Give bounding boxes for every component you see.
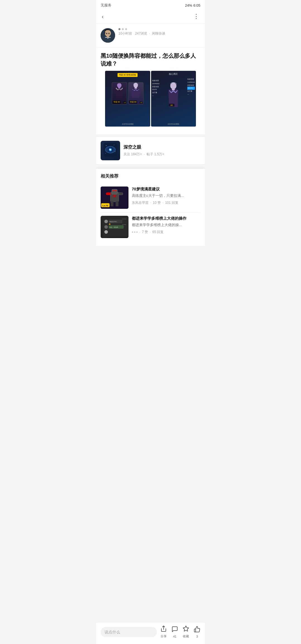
forum-thumbnail	[101, 141, 120, 160]
related-title-main-2: 都进来学学多维榜上大佬的操作	[132, 216, 200, 221]
nav-bar: ‹ ⋮	[96, 9, 205, 24]
stat-val-2: 23379	[152, 88, 160, 91]
forum-posts: 帖子 1.5万+	[147, 152, 164, 156]
stat-val-2b: 62178	[187, 87, 195, 90]
svg-point-37	[105, 220, 108, 223]
stat-val-1: 10546902	[152, 82, 160, 85]
stat-label-3b: 治疗量	[187, 90, 195, 93]
char-card-1a: 等级 80 +0	[112, 82, 127, 105]
related-sep-1: ·	[150, 201, 151, 205]
related-sep-4: ·	[150, 230, 151, 234]
forum-thumb-icon	[103, 143, 117, 159]
stat-label-1b: 有效伤害	[187, 78, 195, 81]
related-title-main-1: 70梦境满星建议	[132, 187, 200, 192]
game-screenshot-1: 核心黑区 等级 80 管理员经验 等级	[105, 71, 150, 127]
svg-text:Lv.70: Lv.70	[103, 204, 108, 207]
related-likes-2: 7 赞	[142, 230, 148, 234]
svg-text:👍: 👍	[109, 223, 111, 225]
forum-card[interactable]: 深空之眼 关注 184万+ · 帖子 1.5万+	[96, 137, 205, 164]
more-button[interactable]: ⋮	[192, 12, 200, 21]
post-dots	[118, 28, 200, 30]
related-footer-1: 东风谷早苗 · 10 赞 · 101 回复	[132, 200, 200, 205]
svg-point-1	[105, 30, 111, 37]
svg-point-22	[105, 153, 106, 154]
post-title: 黑10随便换阵容都能过，怎么那么多人说难？	[101, 52, 200, 67]
related-section-title: 相关推荐	[101, 173, 200, 179]
char-level-1: 等级 80	[113, 100, 121, 104]
post-info: 10小时前 247浏览 · 闲聊杂谈	[118, 31, 200, 36]
bottom-text-2: 点击空白处继续	[168, 123, 179, 125]
dot-1	[118, 28, 120, 30]
avatar[interactable]	[101, 28, 115, 43]
related-content-1: 70梦境满星建议 高练度主c大于一切，只要拉满... 东风谷早苗 · 10 赞 …	[132, 187, 200, 209]
rdot-3	[136, 231, 138, 233]
battery-level: 24%	[185, 3, 192, 8]
related-subtitle-2: 都进来学学多维榜上大佬的操...	[132, 222, 200, 227]
related-sep-3: ·	[139, 230, 140, 234]
stat-label-2: 承受伤害	[152, 85, 160, 88]
related-replies-1: 101 回复	[165, 200, 178, 205]
related-section: 相关推荐	[96, 169, 205, 246]
screenshot-title-2: 核心黑区	[169, 72, 178, 76]
related-author-1: 东风谷早苗	[132, 200, 149, 205]
bottom-padding	[96, 246, 205, 268]
post-image-2[interactable]: 核心黑区 有效伤害 10546902 承受伤害 23379 治疗量 — 有效伤害…	[151, 71, 196, 127]
post-image-1[interactable]: 核心黑区 等级 80 管理员经验 等级	[105, 71, 150, 127]
related-footer-2: · 7 赞 · 65 回复	[132, 230, 200, 234]
stat-val-3b: —	[187, 93, 195, 96]
stat-label-2b: 承受伤害	[187, 84, 195, 87]
related-item-2[interactable]: 戳也玩不停... 哈哈，我免费... 21分钟前 19分钟前 👍 都进来学学多维…	[101, 212, 200, 241]
svg-point-33	[113, 195, 116, 197]
svg-rect-25	[112, 189, 117, 194]
related-subtitle-1: 高练度主c大于一切，只要拉满...	[132, 193, 200, 198]
back-button[interactable]: ‹	[101, 12, 105, 21]
char-figure-1a	[112, 83, 127, 98]
svg-rect-29	[116, 201, 118, 206]
svg-point-2	[106, 33, 107, 34]
svg-rect-6	[118, 86, 120, 88]
stats-left: 有效伤害 10546902 承受伤害 23379 治疗量 —	[152, 79, 160, 97]
char-badge-2: +0	[140, 101, 143, 104]
stat-label-3: 治疗量	[152, 91, 160, 94]
svg-rect-30	[106, 193, 111, 195]
related-dots	[132, 231, 138, 233]
char-badge-1: +0	[123, 101, 126, 104]
status-network: 无服务	[101, 3, 111, 8]
post-meta: 10小时前 247浏览 · 闲聊杂谈	[118, 28, 200, 36]
bottom-text-1: 点击空白处继续	[122, 123, 133, 125]
related-item-1[interactable]: Lv.70 70梦境满星建议 高练度主c大于一切，只要拉满... 东风谷早苗 ·…	[101, 183, 200, 212]
game-screenshot-2: 核心黑区 有效伤害 10546902 承受伤害 23379 治疗量 — 有效伤害…	[151, 71, 196, 127]
post-views: 247浏览	[135, 32, 147, 35]
status-time: 6:05	[193, 3, 200, 8]
post-images: 核心黑区 等级 80 管理员经验 等级	[101, 71, 200, 131]
post-category: 闲聊杂谈	[152, 32, 165, 35]
svg-point-39	[105, 230, 108, 234]
status-bar: 无服务 24% 6:05	[96, 0, 205, 9]
dot-3	[125, 28, 127, 30]
center-char: 80	[165, 82, 182, 108]
stats-right: 有效伤害 11258194 承受伤害 62178 治疗量 —	[187, 78, 195, 96]
rdot-1	[132, 231, 133, 233]
char-level-2: 等级 80	[129, 100, 137, 104]
svg-rect-26	[113, 190, 114, 191]
post-header: 10小时前 247浏览 · 闲聊杂谈	[96, 24, 205, 47]
forum-info: 深空之眼 关注 184万+ · 帖子 1.5万+	[123, 144, 200, 157]
section-separator	[96, 167, 205, 169]
post-time: 10小时前	[118, 32, 132, 35]
svg-text:21分钟前: 21分钟前	[122, 218, 127, 220]
svg-text:80: 80	[171, 104, 173, 106]
post-title-section: 黑10随便换阵容都能过，怎么那么多人说难？ 核心黑区 等级 80 管理员经验	[96, 47, 205, 134]
svg-point-21	[115, 151, 115, 152]
svg-text:19分钟前: 19分钟前	[122, 224, 127, 225]
forum-followers: 关注 184万+	[123, 152, 142, 156]
svg-rect-27	[115, 190, 116, 191]
stat-val-1b: 11258194	[187, 81, 195, 84]
rdot-2	[134, 231, 135, 233]
related-likes-1: 10 赞	[153, 200, 161, 205]
stat-val-3: —	[152, 94, 160, 97]
char-card-1b: 等级 80 +0	[128, 82, 144, 105]
svg-point-20	[114, 145, 114, 145]
svg-text:哈哈，我免费...: 哈哈，我免费...	[110, 226, 119, 228]
avatar-image	[101, 28, 115, 43]
char-figure-1b	[128, 83, 143, 98]
